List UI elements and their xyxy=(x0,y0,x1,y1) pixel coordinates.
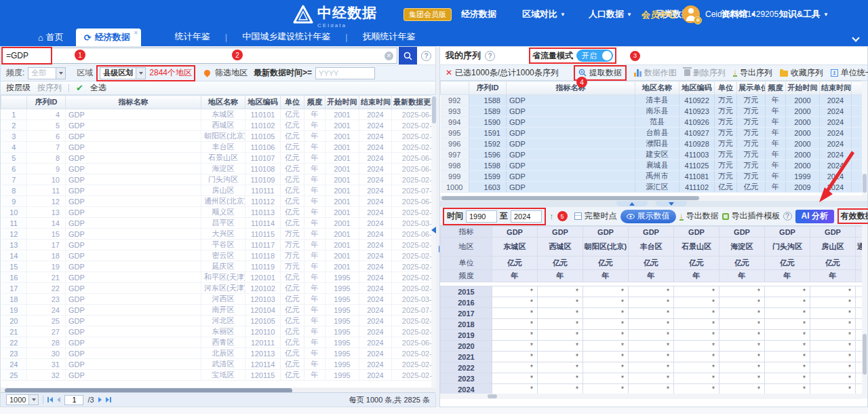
table-row[interactable]: 710 GDP门头沟区 110109亿元 年2001 20242025-02-0 xyxy=(1,174,432,185)
column-header[interactable]: 指标名称 xyxy=(507,81,635,95)
vertical-scrollbar[interactable] xyxy=(862,225,867,398)
table-row[interactable]: 1722 GDP河东区(天津) 120102亿元 年1995 20242025-… xyxy=(1,283,432,294)
year-data-row[interactable]: 2018 ** ** ** ** * xyxy=(441,319,863,330)
table-row[interactable]: 9931589 GDP南乐县 410923万元 万元年 20002024 xyxy=(441,106,868,117)
deselect-button[interactable]: ✕ 已选1000条/总计1000条序列 xyxy=(446,67,559,79)
unify-units-button[interactable]: 1 单位统一 xyxy=(831,67,868,79)
search-button[interactable] xyxy=(399,47,417,64)
table-row[interactable]: 9951591 GDP台前县 410927万元 万元年 20002024 xyxy=(441,128,868,138)
table-row[interactable]: 36 GDP朝阳区(北京) 110105亿元 年2001 20242025-02… xyxy=(1,131,432,142)
logo[interactable]: 中经数据 CEIdata xyxy=(293,3,377,29)
year-data-row[interactable]: 2020 ** ** ** ** * xyxy=(441,341,863,352)
column-header[interactable]: 指标名称 xyxy=(66,96,201,109)
nav-item[interactable]: 区域对比 ▼ xyxy=(522,8,566,20)
delete-series-button[interactable]: 删除序列 xyxy=(684,67,726,79)
avatar[interactable]: 集 xyxy=(682,5,700,23)
column-header[interactable]: 开始时间 xyxy=(786,81,820,95)
collapse-chevron-icon[interactable] xyxy=(852,34,859,41)
apply-time-icon[interactable]: ↑ xyxy=(549,211,554,221)
region-select[interactable]: 县级区划 xyxy=(100,67,146,79)
link-urban-rural-yearbook[interactable]: 中国城乡建设统计年鉴 xyxy=(227,31,345,43)
info-icon[interactable]: ? xyxy=(783,212,792,221)
horizontal-scrollbar[interactable] xyxy=(440,195,867,201)
tab-by-series[interactable]: 按序列 xyxy=(37,82,62,94)
prev-page-button[interactable] xyxy=(57,397,60,402)
show-values-button[interactable]: 展示数值 xyxy=(620,210,676,223)
table-row[interactable]: 69 GDP海淀区 110108亿元 年2001 20242025-06-1 xyxy=(1,164,432,174)
help-icon[interactable]: ? xyxy=(421,51,431,61)
year-data-row[interactable]: 2022 ** ** ** ** * xyxy=(441,362,863,373)
horizontal-scrollbar[interactable] xyxy=(440,394,862,399)
home-link[interactable]: ⌂ 首页 xyxy=(38,31,64,43)
table-row[interactable]: 2330 GDP北辰区 120113亿元 年1995 20242025-02-2 xyxy=(1,348,432,359)
extract-data-button[interactable]: 提取数据 xyxy=(578,67,622,79)
close-icon[interactable]: ✕ xyxy=(134,30,138,36)
table-row[interactable]: 2532 GDP宝坻区 120115亿元 年1995 20242025-02-0 xyxy=(1,370,432,381)
table-row[interactable]: 1924 GDP南开区 120104亿元 年1995 20242025-07-2 xyxy=(1,305,432,316)
table-row[interactable]: 2228 GDP西青区 120111亿元 年1995 20242025-06-1 xyxy=(1,337,432,348)
nav-item[interactable]: 知识&工具 ▼ xyxy=(779,8,829,20)
first-page-button[interactable] xyxy=(47,397,53,402)
export-series-button[interactable]: ↓ 导出序列 xyxy=(733,67,772,79)
clear-icon[interactable]: ✕ xyxy=(384,52,393,60)
link-statistical-yearbook[interactable]: 统计年鉴 xyxy=(160,31,225,43)
link-fushun-yearbook[interactable]: 抚顺统计年鉴 xyxy=(348,31,431,43)
complete-time-checkbox[interactable]: 完整时点 xyxy=(574,210,617,222)
nav-item[interactable]: 人口数据 ▼ xyxy=(589,8,632,20)
last-page-button[interactable] xyxy=(106,397,111,402)
traffic-mode-toggle[interactable]: 开启 xyxy=(576,50,613,62)
column-header[interactable] xyxy=(441,81,469,95)
table-row[interactable]: 9971596 GDP建安区 411003万元 万元年 20002024 xyxy=(441,149,868,160)
year-data-row[interactable]: 2023 ** ** ** ** * xyxy=(441,373,863,384)
favorite-series-button[interactable]: 收藏序列 xyxy=(780,67,823,79)
column-header[interactable]: 结束时间 xyxy=(359,96,392,109)
table-row[interactable]: 1013 GDP顺义区 110113亿元 年2001 20242025-02-2 xyxy=(1,207,432,218)
column-header[interactable]: 地区编码 xyxy=(679,81,715,95)
column-header[interactable]: 频度 xyxy=(304,96,326,109)
select-all-button[interactable]: 全选 xyxy=(90,82,106,94)
tab-economic-data[interactable]: ⟳ 经济数据 ✕ xyxy=(76,29,141,46)
table-row[interactable]: 1519 GDP延庆区 110119万元 年2001 20242025-02-2 xyxy=(1,261,432,272)
member-center-link[interactable]: 会员中心 xyxy=(642,9,677,21)
column-header[interactable]: 结束时间 xyxy=(820,81,852,95)
collapse-left-icon[interactable] xyxy=(431,227,436,233)
table-row[interactable]: 9991599 GDP禹州市 411081万元 万元年 19992024 xyxy=(441,171,868,182)
year-data-row[interactable]: 2017 ** ** ** ** * xyxy=(441,308,863,319)
table-row[interactable]: 25 GDP西城区 110102亿元 年2001 20242025-02-0 xyxy=(1,120,432,131)
column-header[interactable]: 单位 xyxy=(281,96,304,109)
table-row[interactable]: 1215 GDP大兴区 110115万元 年2001 20242025-06-1 xyxy=(1,229,432,240)
next-page-button[interactable] xyxy=(98,397,102,402)
tab-by-level[interactable]: 按层级 xyxy=(6,82,31,94)
year-data-row[interactable]: 2019 ** ** ** ** * xyxy=(441,330,863,341)
table-row[interactable]: 2127 GDP东丽区 120110亿元 年1995 20242025-02-0 xyxy=(1,326,432,337)
table-row[interactable]: 14 GDP东城区 110101亿元 年2001 20242025-06-1 xyxy=(1,109,432,120)
search-input[interactable] xyxy=(1,48,397,64)
year-data-row[interactable]: 2021 ** ** ** ** * xyxy=(441,352,863,362)
column-header[interactable]: 地区名称 xyxy=(635,81,679,95)
nav-item[interactable]: 经济数据 xyxy=(461,8,499,20)
table-row[interactable]: 1823 GDP河西区 120103亿元 年1995 20242025-03-1 xyxy=(1,294,432,305)
collapse-up-button[interactable] xyxy=(616,201,648,206)
plot-data-button[interactable]: 数据作图 xyxy=(634,67,677,79)
table-row[interactable]: 2431 GDP武清区 120114亿元 年1995 20242025-02-0 xyxy=(1,359,432,370)
table-row[interactable]: 2025 GDP河北区 120105亿元 年1995 20242025-02-2 xyxy=(1,316,432,326)
column-header[interactable]: 展示单位 xyxy=(737,81,766,95)
table-row[interactable]: 1114 GDP昌平区 110114亿元 年2001 20242025-03-1 xyxy=(1,218,432,229)
table-row[interactable]: 9941590 GDP范县 410926万元 万元年 20002024 xyxy=(441,117,868,128)
table-row[interactable]: 10001603 GDP源汇区 411102亿元 亿元年 20092024 xyxy=(441,182,868,193)
collapse-down-button[interactable] xyxy=(656,201,687,206)
column-header[interactable]: 序列ID xyxy=(27,96,66,109)
table-row[interactable]: 9981598 GDP襄城县 411025万元 万元年 20002024 xyxy=(441,160,868,171)
table-row[interactable]: 9961592 GDP濮阳县 410928万元 万元年 20002024 xyxy=(441,138,868,149)
table-row[interactable]: 47 GDP丰台区 110106亿元 年2001 20242025-02-0 xyxy=(1,142,432,153)
column-header[interactable]: 开始时间 xyxy=(326,96,359,109)
year-data-row[interactable]: 2015 ** ** ** ** * xyxy=(441,286,863,297)
time-to-input[interactable] xyxy=(511,210,542,223)
export-data-button[interactable]: ↓ 导出数据 xyxy=(679,210,719,222)
year-data-row[interactable]: 2016 ** ** ** ** * xyxy=(441,297,863,308)
column-header[interactable]: 地区编码 xyxy=(245,96,281,109)
column-header[interactable]: 最新数据更新时 xyxy=(392,96,432,109)
table-row[interactable]: 912 GDP通州区(北京) 110112亿元 年2001 20242025-0… xyxy=(1,196,432,207)
table-row[interactable]: 58 GDP石景山区 110107亿元 年2001 20242025-06-1 xyxy=(1,153,432,164)
filter-region-link[interactable]: 筛选地区 xyxy=(215,67,248,79)
